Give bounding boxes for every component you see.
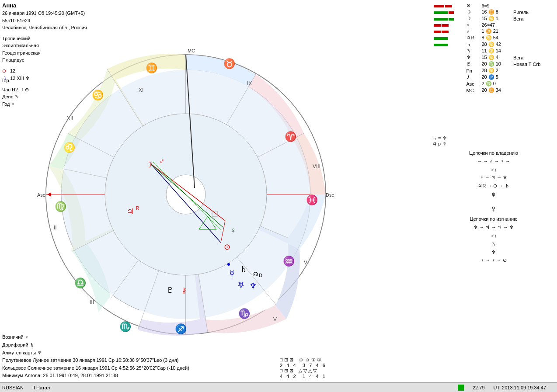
svg-text:♌: ♌: [63, 142, 76, 153]
svg-text:♋: ♋: [92, 89, 104, 101]
moon-position: 16 ♊ 8: [480, 9, 512, 15]
planet-row-asc: Asc 2 ♍ 0: [432, 80, 555, 87]
svg-text:IX: IX: [247, 80, 252, 87]
green-box-icon: [458, 385, 464, 391]
sun-position: 6≈9: [480, 2, 512, 9]
svg-text:♅: ♅: [237, 281, 244, 289]
svg-text:♈: ♈: [285, 131, 297, 142]
chains-panel: ♄ = ♆ ♃ р ♆ Цепочки по владению → → ♂ → …: [432, 135, 555, 264]
status-lang: RUSSIAN: [2, 385, 24, 390]
svg-text:R: R: [136, 206, 139, 211]
exile-chain-5: ♀ → ♀ → ⊙: [432, 256, 555, 264]
ownership-chain-2: ♂↑: [432, 166, 555, 174]
svg-text:MC: MC: [188, 48, 195, 53]
chiron-symbol: ⚷: [465, 74, 480, 80]
venus-position: 26≈47: [480, 22, 512, 28]
exile-chain-4: ♆: [432, 248, 555, 257]
svg-text:♏: ♏: [119, 321, 132, 333]
neptune-star: Вега: [512, 54, 555, 61]
saturn-position: 28 ♋ 42: [480, 41, 512, 48]
saturn-position2: 11 ♋ 14: [480, 48, 512, 54]
moon-position2: 15 ♋ 1: [480, 15, 512, 22]
status-value: 22.79: [473, 385, 485, 390]
svg-point-64: [227, 263, 230, 266]
aspect-grid-panel: □ ⊞ ⊠ ☺ ☺ ① ① 2 4 4 3 7 4 6 □ ⊞ ⊠ △ ▽ △ …: [280, 357, 325, 379]
saturn-equals: ♄ = ♆: [432, 135, 555, 141]
asc-position: 2 ♍ 0: [480, 80, 512, 87]
svg-text:Asc: Asc: [37, 192, 45, 198]
ownership-chain-5: ψ: [432, 190, 555, 198]
planet-row-neptune: ♆ 15 ♋ 4 Вега: [432, 54, 555, 61]
venus-large: ♀: [432, 203, 555, 215]
pn-symbol: Pn: [465, 67, 480, 74]
ownership-chain-title: Цепочки по владению: [432, 150, 555, 156]
neptune-symbol: ♆: [465, 54, 480, 61]
svg-text:⊙: ⊙: [224, 243, 230, 251]
svg-text:D: D: [259, 273, 262, 278]
mars-symbol: ♂: [465, 28, 480, 35]
planet-row-saturn: ♄ 28 ♋ 42: [432, 41, 555, 48]
right-planet-panel: ⊙ 6≈9 ☽ 16 ♊ 8 Ригель ☽ 15 ♋ 1 Вега ♀ 26…: [432, 2, 555, 94]
mc-label: MC: [465, 87, 480, 94]
status-green-indicator: [458, 384, 464, 390]
exile-chain-title: Цепочки по изгнанию: [432, 216, 555, 222]
jupiter-position: 8 ♋ 54: [480, 35, 512, 41]
sun-house: 12: [10, 67, 15, 75]
aspect-numbers-bottom: 4 4 2 1 4 4 1: [280, 374, 325, 379]
dor-line: Дорифорий ♄: [2, 341, 308, 349]
planet-positions-table: ⊙ 6≈9 ☽ 16 ♊ 8 Ригель ☽ 15 ♋ 1 Вега ♀ 26…: [432, 2, 555, 94]
aspect-symbols-bottom: □ ⊞ ⊠ △ ▽ △ ▽: [280, 368, 325, 374]
jupiter-symbol: ♃R: [465, 35, 480, 41]
moon-symbol-right: ☽: [465, 9, 480, 15]
eclipse1-line: Полутеневое Лунное затмение 30 января 19…: [2, 357, 308, 364]
status-bar: RUSSIAN II Натал 22.79 UT: 2013.11.09 19…: [0, 382, 557, 392]
moon-star2: Вега: [512, 15, 555, 22]
eclipse2-line: Кольцевое Солнечное затмение 16 января 1…: [2, 364, 308, 372]
svg-text:♀: ♀: [230, 226, 237, 235]
neptune-position: 15 ♋ 4: [480, 54, 512, 61]
pluto-symbol: ♇: [465, 61, 480, 67]
svg-text:☊: ☊: [253, 271, 258, 278]
svg-text:♆: ♆: [250, 281, 257, 290]
svg-text:V: V: [273, 316, 277, 323]
planet-row-moon2: ☽ 15 ♋ 1 Вега: [432, 15, 555, 22]
svg-text:Dsc: Dsc: [326, 192, 334, 198]
moon-p: ♃ р ♆: [432, 141, 555, 147]
svg-text:♊: ♊: [146, 62, 158, 74]
ownership-chain-4: ♃R → ⊙ → ♄: [432, 182, 555, 190]
svg-text:VIII: VIII: [313, 163, 320, 170]
ownership-chain-1: → → ♂ → ♀ →: [432, 157, 555, 166]
svg-text:♒: ♒: [283, 255, 295, 267]
asc-label: Asc: [465, 80, 480, 87]
saturn-symbol2: ♄: [465, 48, 480, 54]
status-time: UT: 2013.11.09 19:34:47: [494, 385, 546, 390]
chiron-position: 20 ♐ 5: [480, 74, 512, 80]
svg-text:XII: XII: [67, 115, 73, 121]
planet-row-pn: Pn 28 ♋ 2: [432, 67, 555, 74]
planet-row-mars: ♂ 1 ♊ 21: [432, 28, 555, 35]
moon-symbol-right2: ☽: [465, 15, 480, 22]
aspect-symbols-top: □ ⊞ ⊠ ☺ ☺ ① ①: [280, 357, 325, 363]
planet-row-venus: ♀ 26≈47: [432, 22, 555, 28]
svg-text:♑: ♑: [238, 308, 251, 319]
aspect-numbers-top: 2 4 4 3 7 4 6: [280, 363, 325, 368]
svg-text:III: III: [90, 299, 94, 305]
svg-text:♓: ♓: [306, 194, 318, 206]
exile-chain-2: ♂↑: [432, 232, 555, 240]
ownership-chain-3: ♀ → ♃ → ♆: [432, 173, 555, 182]
algol-line: Минимум Алгола: 26.01.1991 0:49, 28.01.1…: [2, 372, 308, 380]
sun-symbol-right: ⊙: [465, 2, 480, 9]
vozn-line: Возничий ♀: [2, 333, 308, 341]
svg-text:♍: ♍: [55, 201, 67, 212]
moon-star: Ригель: [512, 9, 555, 15]
mars-position: 1 ♊ 21: [480, 28, 512, 35]
pn-position: 28 ♋ 2: [480, 67, 512, 74]
saturn-symbol: ♄: [465, 41, 480, 48]
svg-text:♃: ♃: [127, 207, 134, 216]
svg-text:VI: VI: [304, 260, 309, 266]
alm-line: Алмутен карты ♆: [2, 349, 308, 357]
planet-row-pluto: ♇ 20 ♍ 10 Новая Т Crb: [432, 61, 555, 67]
planet-row-sun: ⊙ 6≈9: [432, 2, 555, 9]
natal-chart-svg: ♊ ♉ ♈ ♓ ♒ ♑ ♐ ♏ ♎ ♍ ♌ ♋ XI XII II III IX…: [24, 7, 348, 365]
pluto-position: 20 ♍ 10: [480, 61, 512, 67]
